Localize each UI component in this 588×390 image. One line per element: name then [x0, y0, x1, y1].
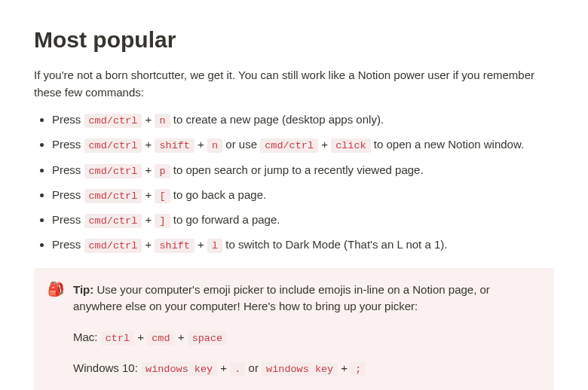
keycap: cmd/ctrl	[84, 189, 142, 203]
backpack-icon: 🎒	[47, 282, 64, 378]
keycap: ctrl	[101, 331, 134, 346]
intro-text: If you're not a born shortcutter, we get…	[34, 67, 554, 101]
keycap: windows key	[262, 362, 338, 376]
keycap: shift	[155, 239, 194, 253]
keycap: windows key	[141, 362, 217, 376]
shortcut-item: Press cmd/ctrl + [ to go back a page.	[52, 187, 554, 204]
tip-label: Tip:	[73, 283, 93, 296]
tip-callout: 🎒 Tip: Use your computer's emoji picker …	[34, 268, 554, 391]
keycap: space	[188, 331, 228, 346]
keycap: n	[155, 114, 170, 128]
tip-text: Tip: Use your computer's emoji picker to…	[73, 282, 541, 315]
shortcut-item: Press cmd/ctrl + shift + n or use cmd/ct…	[52, 136, 554, 154]
keycap: click	[331, 139, 371, 153]
keycap: ]	[155, 214, 170, 228]
keycap: .	[230, 362, 245, 376]
keycap: ;	[351, 362, 366, 376]
shortcut-item: Press cmd/ctrl + n to create a new page …	[52, 111, 554, 129]
windows-line: Windows 10: windows key + . or windows k…	[73, 360, 541, 377]
keycap: p	[155, 164, 170, 178]
keycap: cmd/ctrl	[84, 239, 142, 253]
shortcut-list: Press cmd/ctrl + n to create a new page …	[34, 111, 554, 254]
keycap: cmd/ctrl	[84, 214, 142, 228]
keycap: cmd	[147, 331, 174, 346]
shortcut-item: Press cmd/ctrl + shift + l to switch to …	[52, 236, 554, 254]
keycap: cmd/ctrl	[84, 164, 142, 178]
shortcut-item: Press cmd/ctrl + p to open search or jum…	[52, 162, 554, 179]
keycap: n	[207, 139, 222, 153]
page-title: Most popular	[34, 23, 554, 56]
keycap: [	[155, 189, 170, 203]
keycap: shift	[155, 139, 194, 153]
keycap: cmd/ctrl	[84, 114, 142, 128]
mac-line: Mac: ctrl + cmd + space	[73, 329, 541, 346]
keycap: l	[207, 239, 222, 253]
shortcut-item: Press cmd/ctrl + ] to go forward a page.	[52, 212, 554, 229]
callout-body: Tip: Use your computer's emoji picker to…	[73, 282, 541, 378]
keycap: cmd/ctrl	[84, 139, 142, 153]
keycap: cmd/ctrl	[260, 139, 318, 153]
tip-body: Use your computer's emoji picker to incl…	[73, 283, 490, 313]
